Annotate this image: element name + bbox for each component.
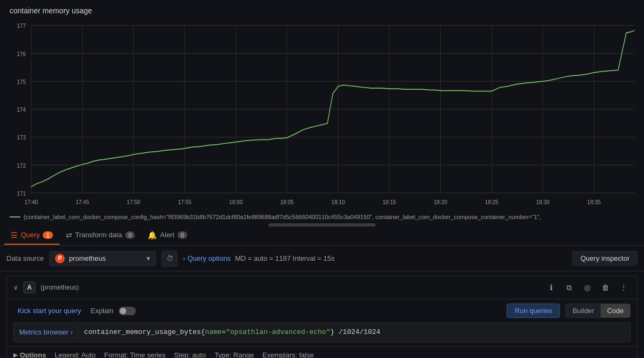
svg-text:175: 175 — [17, 78, 26, 85]
svg-text:177: 177 — [17, 22, 26, 29]
tabs-row: ☰ Query 1 ⇄ Transform data 0 🔔 Alert 0 — [0, 224, 644, 246]
query-block: ∨ A (prometheus) ℹ ⧉ ◎ 🗑 ⋮ Kick start yo… — [6, 276, 638, 358]
info-icon-button[interactable]: ℹ — [544, 281, 558, 294]
chart-svg: .grid-line { stroke: #2c2c2c; stroke-wid… — [4, 19, 640, 212]
transform-tab-icon: ⇄ — [66, 231, 72, 239]
svg-text:18:25: 18:25 — [485, 198, 499, 205]
query-options-toggle[interactable]: › Query options — [183, 254, 231, 262]
tab-alert-label: Alert — [160, 231, 174, 239]
legend-label: {container_label_com_docker_compose_conf… — [24, 214, 541, 220]
query-letter: A — [24, 282, 35, 293]
tab-transform-badge: 0 — [125, 231, 135, 239]
format-option: Format: Time series — [104, 351, 166, 358]
code-button[interactable]: Code — [601, 304, 630, 317]
kick-start-button[interactable]: Kick start your query — [13, 305, 86, 317]
options-toggle[interactable]: ▶ Options — [13, 351, 46, 358]
datasource-name: prometheus — [69, 254, 106, 262]
delete-icon-button[interactable]: 🗑 — [599, 281, 612, 294]
svg-text:176: 176 — [17, 50, 26, 57]
query-header-icons: ℹ ⧉ ◎ 🗑 ⋮ — [544, 281, 631, 294]
datasource-label: Data source — [6, 254, 44, 262]
tab-query-badge: 1 — [43, 231, 52, 239]
query-tab-icon: ☰ — [11, 231, 18, 239]
query-actions: Kick start your query Explain Run querie… — [13, 303, 631, 318]
svg-text:17:50: 17:50 — [127, 198, 140, 205]
metrics-browser-row: Metrics browser › container_memory_usage… — [13, 322, 631, 342]
options-label: Options — [20, 351, 46, 358]
datasource-chevron-icon: ▾ — [147, 254, 150, 262]
query-suffix: } /1024/1024 — [330, 328, 380, 336]
svg-text:17:55: 17:55 — [178, 198, 191, 205]
svg-text:171: 171 — [17, 190, 26, 197]
query-source-label: (prometheus) — [41, 284, 79, 291]
copy-icon-button[interactable]: ⧉ — [562, 281, 576, 294]
exemplars-option: Exemplars: false — [263, 351, 314, 358]
tab-alert[interactable]: 🔔 Alert 0 — [141, 227, 194, 245]
svg-text:18:20: 18:20 — [434, 198, 447, 205]
tab-transform[interactable]: ⇄ Transform data 0 — [59, 227, 142, 245]
svg-text:173: 173 — [17, 134, 26, 141]
tab-query-label: Query — [21, 231, 40, 239]
chart-area: .grid-line { stroke: #2c2c2c; stroke-wid… — [4, 19, 640, 212]
svg-text:174: 174 — [17, 106, 26, 113]
chart-title: container memory usage — [4, 6, 640, 15]
chart-scrollbar-thumb[interactable] — [269, 223, 375, 227]
query-options-values: MD = auto = 1187 Interval = 15s — [235, 254, 334, 262]
legend-color-indicator — [10, 216, 20, 217]
eye-icon-button[interactable]: ◎ — [580, 281, 594, 294]
query-input-display[interactable]: container_memory_usage_bytes{name="opsat… — [79, 325, 630, 339]
more-icon-button[interactable]: ⋮ — [617, 281, 631, 294]
metrics-browser-link[interactable]: Metrics browser › — [14, 325, 79, 339]
collapse-button[interactable]: ∨ — [13, 284, 18, 291]
builder-button[interactable]: Builder — [566, 304, 600, 317]
query-block-header: ∨ A (prometheus) ℹ ⧉ ◎ 🗑 ⋮ — [7, 276, 637, 299]
chart-container: container memory usage .grid-line { stro… — [0, 0, 644, 224]
clock-icon: ⏱ — [166, 254, 173, 262]
datasource-row: Data source P prometheus ▾ ⏱ › Query opt… — [0, 246, 644, 271]
chart-legend: {container_label_com_docker_compose_conf… — [4, 212, 640, 222]
legend-option: Legend: Auto — [55, 351, 96, 358]
svg-text:18:35: 18:35 — [587, 198, 601, 205]
datasource-select[interactable]: P prometheus ▾ — [49, 251, 156, 266]
metrics-browser-label: Metrics browser — [19, 328, 68, 336]
tab-query[interactable]: ☰ Query 1 — [4, 227, 59, 245]
options-row: ▶ Options Legend: Auto Format: Time seri… — [7, 346, 637, 358]
prometheus-icon: P — [55, 254, 65, 263]
options-triangle-icon: ▶ — [13, 352, 18, 358]
svg-text:18:30: 18:30 — [536, 198, 549, 205]
builder-code-toggle: Builder Code — [565, 303, 631, 318]
query-inspector-button[interactable]: Query inspector — [572, 251, 638, 266]
svg-text:18:05: 18:05 — [280, 198, 294, 205]
run-queries-button[interactable]: Run queries — [507, 303, 560, 318]
tab-alert-badge: 0 — [178, 231, 187, 239]
step-option: Step: auto — [174, 351, 206, 358]
svg-text:17:45: 17:45 — [75, 198, 89, 205]
metrics-browser-arrow-icon: › — [71, 328, 73, 336]
svg-text:172: 172 — [17, 162, 26, 169]
clock-button[interactable]: ⏱ — [162, 251, 178, 267]
query-body: Kick start your query Explain Run querie… — [7, 299, 637, 346]
query-options-label: Query options — [187, 254, 231, 262]
tab-transform-label: Transform data — [75, 231, 122, 239]
explain-label: Explain — [91, 307, 114, 315]
query-label-key: name — [205, 328, 221, 336]
svg-text:18:15: 18:15 — [382, 198, 396, 205]
type-option: Type: Range — [214, 351, 254, 358]
query-label-value: "opsathlan-advanced-echo" — [226, 328, 330, 336]
query-options-area: › Query options MD = auto = 1187 Interva… — [183, 254, 567, 262]
svg-text:18:10: 18:10 — [332, 198, 345, 205]
svg-text:17:40: 17:40 — [25, 198, 38, 205]
explain-toggle[interactable] — [119, 307, 136, 315]
alert-tab-icon: 🔔 — [148, 231, 157, 239]
svg-text:18:00: 18:00 — [229, 198, 242, 205]
query-options-arrow-icon: › — [183, 254, 185, 262]
query-metric-name: container_memory_usage_bytes — [84, 328, 201, 336]
